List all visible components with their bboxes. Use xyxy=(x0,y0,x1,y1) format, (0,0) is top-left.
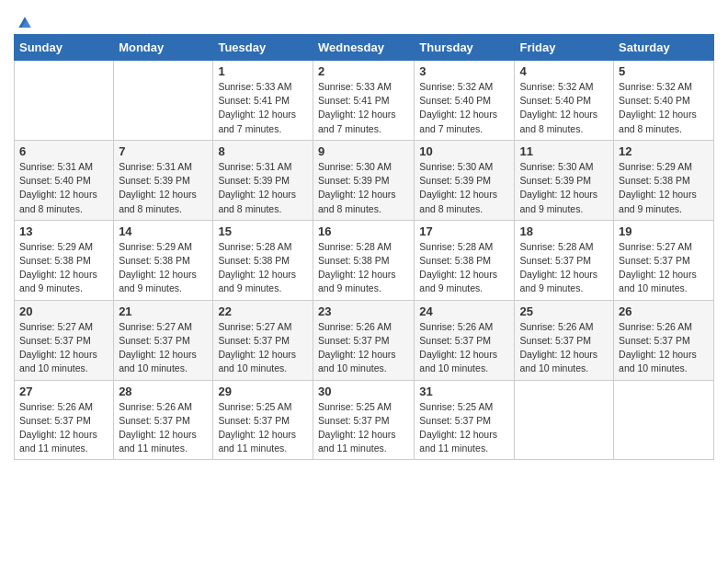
day-info: Sunrise: 5:26 AMSunset: 5:37 PMDaylight:… xyxy=(119,400,208,456)
calendar-cell xyxy=(614,380,714,460)
day-info: Sunrise: 5:30 AMSunset: 5:39 PMDaylight:… xyxy=(419,160,509,216)
day-number: 20 xyxy=(19,304,108,318)
day-info: Sunrise: 5:29 AMSunset: 5:38 PMDaylight:… xyxy=(19,240,108,296)
day-number: 24 xyxy=(419,304,509,318)
day-info: Sunrise: 5:32 AMSunset: 5:40 PMDaylight:… xyxy=(419,80,509,136)
weekday-header-saturday: Saturday xyxy=(614,35,714,61)
day-info: Sunrise: 5:31 AMSunset: 5:39 PMDaylight:… xyxy=(119,160,208,216)
calendar-week-3: 13Sunrise: 5:29 AMSunset: 5:38 PMDayligh… xyxy=(15,220,714,300)
day-number: 28 xyxy=(119,385,208,398)
calendar-cell: 9Sunrise: 5:30 AMSunset: 5:39 PMDaylight… xyxy=(313,140,414,220)
calendar-week-4: 20Sunrise: 5:27 AMSunset: 5:37 PMDayligh… xyxy=(15,300,714,380)
day-info: Sunrise: 5:25 AMSunset: 5:37 PMDaylight:… xyxy=(419,400,509,456)
day-number: 7 xyxy=(119,144,208,158)
day-number: 10 xyxy=(419,144,509,158)
weekday-header-tuesday: Tuesday xyxy=(213,35,313,61)
day-number: 5 xyxy=(619,64,709,78)
day-number: 6 xyxy=(19,144,108,158)
day-info: Sunrise: 5:27 AMSunset: 5:37 PMDaylight:… xyxy=(619,240,709,296)
day-info: Sunrise: 5:33 AMSunset: 5:41 PMDaylight:… xyxy=(218,80,308,136)
day-info: Sunrise: 5:28 AMSunset: 5:38 PMDaylight:… xyxy=(318,240,409,296)
calendar-cell: 14Sunrise: 5:29 AMSunset: 5:38 PMDayligh… xyxy=(114,220,213,300)
calendar-cell: 27Sunrise: 5:26 AMSunset: 5:37 PMDayligh… xyxy=(15,380,114,460)
calendar-cell: 5Sunrise: 5:32 AMSunset: 5:40 PMDaylight… xyxy=(614,61,714,141)
calendar-cell: 8Sunrise: 5:31 AMSunset: 5:39 PMDaylight… xyxy=(213,140,313,220)
weekday-header-wednesday: Wednesday xyxy=(313,35,414,61)
day-number: 16 xyxy=(318,224,409,238)
calendar-cell: 30Sunrise: 5:25 AMSunset: 5:37 PMDayligh… xyxy=(313,380,414,460)
weekday-header-monday: Monday xyxy=(114,35,213,61)
day-info: Sunrise: 5:32 AMSunset: 5:40 PMDaylight:… xyxy=(519,80,609,136)
calendar-cell: 21Sunrise: 5:27 AMSunset: 5:37 PMDayligh… xyxy=(114,300,213,380)
page: SundayMondayTuesdayWednesdayThursdayFrid… xyxy=(0,0,728,474)
day-info: Sunrise: 5:33 AMSunset: 5:41 PMDaylight:… xyxy=(318,80,409,136)
calendar-week-2: 6Sunrise: 5:31 AMSunset: 5:40 PMDaylight… xyxy=(15,140,714,220)
logo xyxy=(14,9,34,27)
day-info: Sunrise: 5:29 AMSunset: 5:38 PMDaylight:… xyxy=(119,240,208,296)
weekday-header-friday: Friday xyxy=(515,35,614,61)
calendar-cell xyxy=(114,61,213,141)
day-number: 18 xyxy=(519,224,609,238)
day-number: 13 xyxy=(19,224,108,238)
day-number: 30 xyxy=(318,385,409,398)
day-number: 1 xyxy=(218,64,308,78)
day-info: Sunrise: 5:31 AMSunset: 5:39 PMDaylight:… xyxy=(218,160,308,216)
day-info: Sunrise: 5:30 AMSunset: 5:39 PMDaylight:… xyxy=(519,160,609,216)
calendar-cell: 28Sunrise: 5:26 AMSunset: 5:37 PMDayligh… xyxy=(114,380,213,460)
day-info: Sunrise: 5:27 AMSunset: 5:37 PMDaylight:… xyxy=(218,320,308,376)
calendar-cell xyxy=(515,380,614,460)
day-number: 25 xyxy=(519,304,609,318)
day-info: Sunrise: 5:28 AMSunset: 5:37 PMDaylight:… xyxy=(519,240,609,296)
calendar-cell: 6Sunrise: 5:31 AMSunset: 5:40 PMDaylight… xyxy=(15,140,114,220)
calendar-cell: 3Sunrise: 5:32 AMSunset: 5:40 PMDaylight… xyxy=(415,61,515,141)
calendar-cell: 31Sunrise: 5:25 AMSunset: 5:37 PMDayligh… xyxy=(415,380,515,460)
header xyxy=(14,9,714,27)
calendar-header-row: SundayMondayTuesdayWednesdayThursdayFrid… xyxy=(15,35,714,61)
calendar-cell: 23Sunrise: 5:26 AMSunset: 5:37 PMDayligh… xyxy=(313,300,414,380)
day-info: Sunrise: 5:25 AMSunset: 5:37 PMDaylight:… xyxy=(218,400,308,456)
day-number: 27 xyxy=(19,385,108,398)
day-info: Sunrise: 5:30 AMSunset: 5:39 PMDaylight:… xyxy=(318,160,409,216)
calendar-cell: 13Sunrise: 5:29 AMSunset: 5:38 PMDayligh… xyxy=(15,220,114,300)
calendar-table: SundayMondayTuesdayWednesdayThursdayFrid… xyxy=(14,34,714,460)
day-number: 15 xyxy=(218,224,308,238)
day-info: Sunrise: 5:32 AMSunset: 5:40 PMDaylight:… xyxy=(619,80,709,136)
calendar-cell: 15Sunrise: 5:28 AMSunset: 5:38 PMDayligh… xyxy=(213,220,313,300)
calendar-cell: 22Sunrise: 5:27 AMSunset: 5:37 PMDayligh… xyxy=(213,300,313,380)
calendar-cell: 17Sunrise: 5:28 AMSunset: 5:38 PMDayligh… xyxy=(415,220,515,300)
day-number: 12 xyxy=(619,144,709,158)
day-info: Sunrise: 5:26 AMSunset: 5:37 PMDaylight:… xyxy=(19,400,108,456)
calendar-cell: 20Sunrise: 5:27 AMSunset: 5:37 PMDayligh… xyxy=(15,300,114,380)
calendar-cell: 29Sunrise: 5:25 AMSunset: 5:37 PMDayligh… xyxy=(213,380,313,460)
day-info: Sunrise: 5:29 AMSunset: 5:38 PMDaylight:… xyxy=(619,160,709,216)
calendar-week-1: 1Sunrise: 5:33 AMSunset: 5:41 PMDaylight… xyxy=(15,61,714,141)
calendar-cell: 2Sunrise: 5:33 AMSunset: 5:41 PMDaylight… xyxy=(313,61,414,141)
day-number: 14 xyxy=(119,224,208,238)
day-number: 29 xyxy=(218,385,308,398)
calendar-cell: 12Sunrise: 5:29 AMSunset: 5:38 PMDayligh… xyxy=(614,140,714,220)
day-number: 9 xyxy=(318,144,409,158)
day-info: Sunrise: 5:26 AMSunset: 5:37 PMDaylight:… xyxy=(519,320,609,376)
calendar-cell: 11Sunrise: 5:30 AMSunset: 5:39 PMDayligh… xyxy=(515,140,614,220)
day-number: 8 xyxy=(218,144,308,158)
calendar-cell: 25Sunrise: 5:26 AMSunset: 5:37 PMDayligh… xyxy=(515,300,614,380)
day-info: Sunrise: 5:27 AMSunset: 5:37 PMDaylight:… xyxy=(119,320,208,376)
day-number: 11 xyxy=(519,144,609,158)
calendar-cell: 24Sunrise: 5:26 AMSunset: 5:37 PMDayligh… xyxy=(415,300,515,380)
calendar-cell: 10Sunrise: 5:30 AMSunset: 5:39 PMDayligh… xyxy=(415,140,515,220)
day-number: 3 xyxy=(419,64,509,78)
day-number: 2 xyxy=(318,64,409,78)
day-number: 22 xyxy=(218,304,308,318)
day-info: Sunrise: 5:28 AMSunset: 5:38 PMDaylight:… xyxy=(218,240,308,296)
calendar-cell xyxy=(15,61,114,141)
day-info: Sunrise: 5:26 AMSunset: 5:37 PMDaylight:… xyxy=(619,320,709,376)
day-info: Sunrise: 5:28 AMSunset: 5:38 PMDaylight:… xyxy=(419,240,509,296)
day-info: Sunrise: 5:25 AMSunset: 5:37 PMDaylight:… xyxy=(318,400,409,456)
weekday-header-thursday: Thursday xyxy=(415,35,515,61)
calendar-cell: 26Sunrise: 5:26 AMSunset: 5:37 PMDayligh… xyxy=(614,300,714,380)
day-info: Sunrise: 5:27 AMSunset: 5:37 PMDaylight:… xyxy=(19,320,108,376)
calendar-cell: 4Sunrise: 5:32 AMSunset: 5:40 PMDaylight… xyxy=(515,61,614,141)
day-number: 19 xyxy=(619,224,709,238)
calendar-week-5: 27Sunrise: 5:26 AMSunset: 5:37 PMDayligh… xyxy=(15,380,714,460)
day-info: Sunrise: 5:26 AMSunset: 5:37 PMDaylight:… xyxy=(318,320,409,376)
